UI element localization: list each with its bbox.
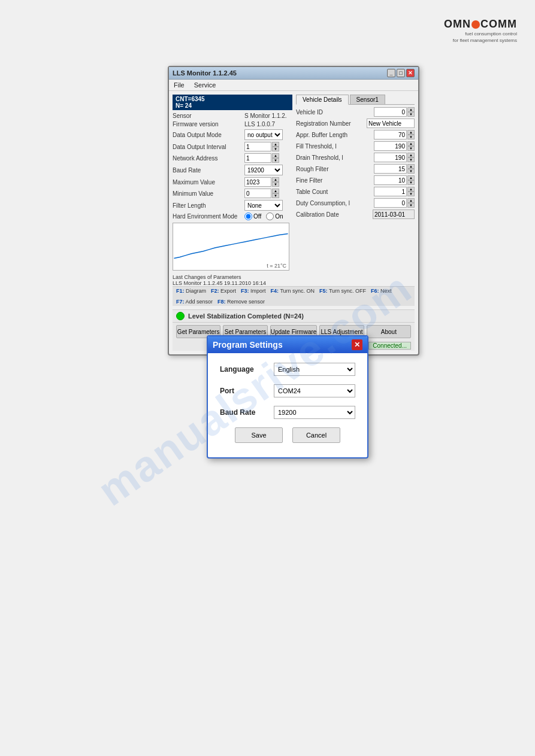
hard-env-off-label[interactable]: Off — [244, 212, 261, 220]
connected-button[interactable]: Connected... — [368, 342, 411, 350]
duty-consumption-input[interactable] — [374, 198, 407, 208]
max-value-up[interactable]: ▲ — [272, 177, 279, 182]
appr-buffer-spinner: ▲ ▼ — [374, 130, 415, 139]
close-button[interactable]: ✕ — [406, 69, 415, 77]
port-select[interactable]: COM1 COM2 COM3 COM24 — [274, 384, 355, 397]
fill-threshold-up[interactable]: ▲ — [407, 141, 415, 146]
drain-threshold-down[interactable]: ▼ — [407, 157, 415, 162]
fine-filter-spinner: ▲ ▼ — [374, 175, 415, 185]
hard-env-on-label[interactable]: On — [266, 212, 283, 220]
baud-rate-label: Baud Rate — [220, 408, 274, 417]
tab-sensor1[interactable]: Sensor1 — [350, 95, 385, 104]
hard-env-radio-group: Off On — [244, 212, 283, 220]
data-interval-input[interactable]: 1 — [244, 142, 271, 151]
language-select[interactable]: English Russian German — [274, 363, 355, 376]
max-value-input[interactable] — [244, 177, 271, 187]
baud-rate-row: Baud Rate 19200 — [173, 165, 292, 175]
vehicle-id-input[interactable] — [374, 107, 407, 117]
reg-number-input[interactable] — [367, 119, 415, 128]
right-panel: Vehicle Details Sensor1 Vehicle ID ▲ ▼ — [296, 95, 415, 286]
vehicle-id-spinner: ▲ ▼ — [374, 107, 415, 117]
window-title: LLS Monitor 1.1.2.45 — [173, 69, 237, 77]
min-value-spinner: ▲ ▼ — [244, 189, 279, 198]
table-count-down[interactable]: ▼ — [407, 192, 415, 196]
rough-filter-down[interactable]: ▼ — [407, 169, 415, 174]
network-address-up[interactable]: ▲ — [272, 153, 279, 158]
rough-filter-arrows: ▲ ▼ — [407, 164, 415, 174]
menu-file[interactable]: File — [171, 81, 187, 89]
drain-threshold-input[interactable] — [374, 153, 407, 162]
rough-filter-label: Rough Filter — [296, 166, 374, 172]
appr-buffer-input[interactable] — [374, 130, 407, 139]
port-field: Port COM1 COM2 COM3 COM24 — [220, 384, 355, 397]
hard-env-off-text: Off — [253, 213, 261, 220]
data-output-select[interactable]: no output — [244, 129, 283, 140]
maximize-button[interactable]: □ — [397, 69, 405, 77]
rough-filter-up[interactable]: ▲ — [407, 164, 415, 169]
fill-threshold-row: Fill Threshold, l ▲ ▼ — [296, 141, 415, 151]
fill-threshold-down[interactable]: ▼ — [407, 146, 415, 151]
vehicle-id-up[interactable]: ▲ — [407, 107, 415, 112]
fine-filter-arrows: ▲ ▼ — [407, 175, 415, 185]
data-output-label: Data Output Mode — [173, 132, 244, 138]
network-address-input[interactable] — [244, 153, 271, 163]
table-count-row: Table Count ▲ ▼ — [296, 187, 415, 196]
network-address-down[interactable]: ▼ — [272, 158, 279, 163]
fine-filter-input[interactable] — [374, 175, 407, 185]
dialog-close-button[interactable]: ✕ — [352, 339, 362, 350]
filter-length-select[interactable]: None — [244, 200, 283, 211]
baud-rate-field: Baud Rate 9600 19200 38400 57600 115200 — [220, 406, 355, 419]
dialog-body: Language English Russian German Port COM… — [208, 353, 367, 457]
window-titlebar: LLS Monitor 1.1.2.45 _ □ ✕ — [169, 67, 418, 80]
duty-consumption-label: Duty Consumption, l — [296, 200, 374, 207]
lls-monitor-window: LLS Monitor 1.1.2.45 _ □ ✕ File Service … — [168, 66, 419, 356]
fine-filter-down[interactable]: ▼ — [407, 180, 415, 185]
about-button[interactable]: About — [367, 325, 411, 338]
data-interval-up[interactable]: ▲ — [272, 142, 279, 147]
fine-filter-row: Fine Filter ▲ ▼ — [296, 175, 415, 185]
menu-service[interactable]: Service — [192, 81, 219, 89]
drain-threshold-up[interactable]: ▲ — [407, 153, 415, 157]
tab-vehicle-details[interactable]: Vehicle Details — [296, 95, 349, 105]
duty-consumption-up[interactable]: ▲ — [407, 198, 415, 203]
reg-number-row: Registration Number — [296, 119, 415, 128]
network-address-arrows: ▲ ▼ — [272, 153, 279, 163]
fine-filter-up[interactable]: ▲ — [407, 175, 415, 180]
cancel-button[interactable]: Cancel — [292, 427, 340, 443]
dialog-buttons: Save Cancel — [220, 427, 355, 448]
appr-buffer-down[interactable]: ▼ — [407, 135, 415, 139]
min-value-up[interactable]: ▲ — [272, 189, 279, 193]
calibration-date-input[interactable] — [373, 210, 415, 219]
min-value-input[interactable] — [244, 189, 271, 198]
logo-area: OMNCOMM fuel consumption control for fle… — [444, 18, 517, 44]
baud-rate-label: Baud Rate — [173, 167, 244, 174]
hard-env-row: Hard Environment Mode Off On — [173, 212, 292, 220]
table-count-input[interactable] — [374, 187, 407, 196]
min-value-down[interactable]: ▼ — [272, 193, 279, 198]
logo-text: OMNCOMM — [444, 18, 517, 31]
save-button[interactable]: Save — [235, 427, 283, 443]
language-field: Language English Russian German — [220, 363, 355, 376]
network-address-row: Network Address ▲ ▼ — [173, 153, 292, 163]
hard-env-on-radio[interactable] — [266, 212, 274, 220]
baud-rate-select[interactable]: 19200 — [244, 165, 283, 175]
data-interval-spinner: 1 ▲ ▼ — [244, 142, 279, 151]
vehicle-id-row: Vehicle ID ▲ ▼ — [296, 107, 415, 117]
network-address-label: Network Address — [173, 155, 244, 162]
sensor-label: Sensor — [173, 113, 244, 119]
rough-filter-input[interactable] — [374, 164, 407, 174]
settings-baud-rate-select[interactable]: 9600 19200 38400 57600 115200 — [274, 406, 355, 419]
duty-consumption-down[interactable]: ▼ — [407, 203, 415, 208]
fill-threshold-input[interactable] — [374, 141, 407, 151]
hard-env-off-radio[interactable] — [244, 212, 252, 220]
minimize-button[interactable]: _ — [387, 69, 395, 77]
duty-consumption-spinner: ▲ ▼ — [374, 198, 415, 208]
vehicle-id-down[interactable]: ▼ — [407, 112, 415, 117]
max-value-down[interactable]: ▼ — [272, 182, 279, 187]
waveform-area: t = 21°C — [173, 223, 289, 271]
appr-buffer-up[interactable]: ▲ — [407, 130, 415, 135]
data-interval-down[interactable]: ▼ — [272, 147, 279, 151]
window-controls: _ □ ✕ — [387, 69, 415, 77]
table-count-up[interactable]: ▲ — [407, 187, 415, 192]
appr-buffer-row: Appr. Buffer Length ▲ ▼ — [296, 130, 415, 139]
